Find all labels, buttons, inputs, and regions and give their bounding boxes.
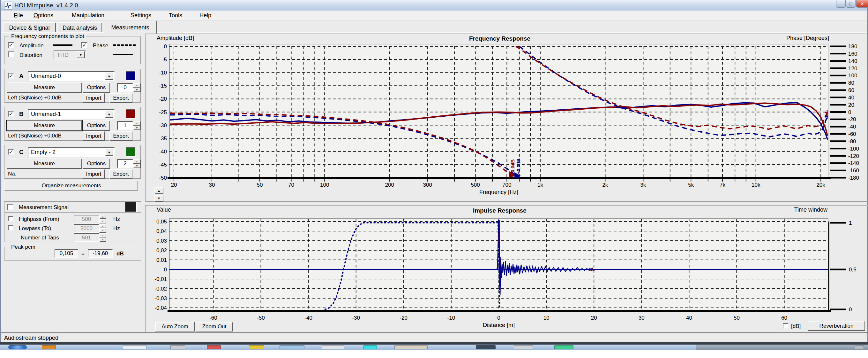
amplitude-checkbox[interactable]: ✓ (8, 42, 14, 48)
measurement-signal-checkbox[interactable] (7, 204, 13, 210)
menu-item-manipulation[interactable]: Manipulation (69, 11, 107, 19)
distortion-checkbox[interactable] (8, 52, 14, 58)
number-of-taps-label: Number of Taps (21, 235, 59, 241)
measurement-C-order-spinner[interactable]: 2 (117, 159, 133, 168)
measurement-C-import-button[interactable]: Import (83, 169, 105, 179)
measurement-signal-color-swatch[interactable] (125, 202, 137, 212)
measurement-C-name-combobox[interactable]: Empty - 2▼ (28, 147, 115, 157)
menu-item-settings[interactable]: Settings (127, 11, 154, 19)
measurement-A-order-spinner[interactable]: 0 (117, 83, 133, 92)
taskbar-icon-app-grey[interactable] (170, 345, 185, 349)
fr-scroll-up-button[interactable]: ▲ (154, 187, 163, 194)
peak-db-value: -19,60 (88, 249, 113, 258)
number-of-taps-input[interactable]: 501 (74, 233, 99, 242)
measurement-B-color-swatch[interactable] (126, 109, 135, 119)
taskbar-icon-app-dark[interactable] (476, 345, 496, 349)
reverberation-button[interactable]: Reverberation (808, 321, 865, 331)
taskbar-icon-app-orange[interactable] (42, 345, 56, 349)
title-bar[interactable]: HOLMImpulse v1.4.2.0 ─ □ ✕ (1, 0, 867, 11)
measurement-B-id-label: B (19, 111, 24, 118)
tab-device-signal[interactable]: Device & Signal (3, 22, 56, 33)
distortion-select[interactable]: THD ▼ (54, 50, 86, 59)
measurement-C-options-button[interactable]: Options (83, 159, 110, 169)
taskbar-icon-app-yellow[interactable] (249, 345, 264, 349)
maximize-button[interactable]: □ (846, 0, 856, 8)
minimize-button[interactable]: ─ (836, 0, 846, 8)
taskbar-icon-app-window[interactable] (123, 345, 147, 349)
highpass-from--input[interactable]: 500 (74, 215, 99, 223)
menu-item-help[interactable]: Help (196, 11, 214, 19)
lowpass-to--checkbox[interactable] (8, 225, 13, 231)
chevron-down-icon[interactable]: ▼ (105, 111, 113, 118)
chevron-down-icon[interactable]: ▼ (76, 51, 85, 58)
lowpass-to--input[interactable]: 5000 (74, 224, 99, 233)
measurement-C-export-button[interactable]: Export (110, 169, 132, 179)
taskbar-icon-app-red[interactable] (207, 345, 221, 349)
measurement-A-name-combobox[interactable]: Unnamed-0▼ (28, 71, 115, 81)
spinner-up-icon[interactable]: ▲ (99, 233, 106, 238)
spinner-down-icon[interactable]: ▼ (99, 219, 106, 223)
measurement-C-measure-button[interactable]: Measure (7, 159, 82, 169)
spinner-up-icon[interactable]: ▲ (133, 83, 141, 88)
peak-pcm-group-label: Peak pcm (9, 244, 37, 250)
distortion-select-value: THD (57, 52, 69, 58)
highpass-from--label: Highpass (From) (19, 216, 59, 222)
measurement-block-A: ✓AUnnamed-0▼MeasureOptions0▲▼Left (SqNoi… (4, 69, 141, 103)
spinner-up-icon[interactable]: ▲ (99, 215, 106, 219)
menu-item-options[interactable]: Options (30, 11, 57, 19)
highpass-from--checkbox[interactable] (8, 216, 13, 221)
fr-scroll-down-button[interactable]: ▼ (154, 195, 163, 202)
screen: HOLMImpulse v1.4.2.0 ─ □ ✕ FileOptionsMa… (0, 0, 868, 358)
spinner-up-icon[interactable]: ▲ (133, 159, 141, 164)
zoom-out-button[interactable]: Zoom Out (196, 322, 233, 331)
phase-checkbox[interactable]: ✓ (82, 42, 87, 48)
peak-db-unit: dB (117, 251, 124, 257)
taskbar-icon-app-lightgrey[interactable] (514, 345, 533, 349)
tab-measurements[interactable]: Measurements (104, 21, 157, 33)
measurement-A-export-button[interactable]: Export (110, 93, 132, 103)
organize-measurements-button[interactable]: Organize measurements (4, 181, 138, 191)
spinner-down-icon[interactable]: ▼ (133, 164, 141, 168)
status-text: Audiostream stopped (4, 335, 58, 341)
measurement-B-checkbox[interactable]: ✓ (8, 111, 14, 117)
taskbar-icon-app-photo[interactable] (280, 345, 304, 349)
spinner-down-icon[interactable]: ▼ (133, 88, 141, 92)
measurement-A-options-button[interactable]: Options (83, 82, 110, 93)
menu-bar: FileOptionsManipulationSettingsToolsHelp (1, 10, 867, 21)
measurement-B-export-button[interactable]: Export (110, 131, 132, 141)
measurement-A-color-swatch[interactable] (126, 71, 135, 81)
distortion-label: Distortion (20, 52, 42, 58)
taskbar-icon-app-green[interactable] (554, 345, 574, 349)
measurement-B-options-button[interactable]: Options (83, 120, 110, 131)
measurement-B-import-button[interactable]: Import (83, 131, 105, 141)
auto-zoom-button[interactable]: Auto Zoom (155, 322, 195, 331)
chevron-down-icon[interactable]: ▼ (105, 149, 113, 156)
tab-data-analysis[interactable]: Data analysis (57, 22, 102, 33)
close-button[interactable]: ✕ (856, 0, 868, 8)
spinner-down-icon[interactable]: ▼ (99, 228, 106, 233)
measurement-B-measure-button[interactable]: Measure (7, 120, 82, 131)
measurement-C-color-swatch[interactable] (126, 147, 135, 157)
taskbar-icon-start-button[interactable] (8, 345, 27, 349)
menu-item-file[interactable]: File (10, 11, 26, 19)
measurement-A-measure-button[interactable]: Measure (7, 82, 82, 93)
spinner-up-icon[interactable]: ▲ (99, 224, 106, 228)
measurement-C-source-info: Na. (8, 171, 16, 177)
menu-item-tools[interactable]: Tools (166, 11, 185, 19)
spinner-up-icon[interactable]: ▲ (133, 121, 141, 126)
taskbar-icon-app-white[interactable] (322, 345, 344, 349)
measurement-C-checkbox[interactable]: ✓ (8, 149, 14, 155)
taskbar-icon-show-desktop[interactable] (855, 345, 864, 349)
measurement-A-import-button[interactable]: Import (83, 93, 105, 103)
spinner-down-icon[interactable]: ▼ (133, 126, 141, 130)
chevron-down-icon[interactable]: ▼ (105, 73, 113, 80)
measurement-C-name: Empty - 2 (31, 149, 56, 156)
taskbar-icon-app-cyan[interactable] (364, 345, 377, 349)
measurement-A-checkbox[interactable]: ✓ (8, 73, 14, 79)
measurement-B-name: Unnamed-1 (31, 111, 61, 118)
measurement-B-name-combobox[interactable]: Unnamed-1▼ (28, 109, 115, 119)
measurement-B-order-spinner[interactable]: 1 (117, 121, 133, 130)
taskbar-icon-app-tan[interactable] (395, 345, 428, 349)
spinner-down-icon[interactable]: ▼ (99, 238, 106, 242)
db-checkbox[interactable] (783, 323, 788, 329)
